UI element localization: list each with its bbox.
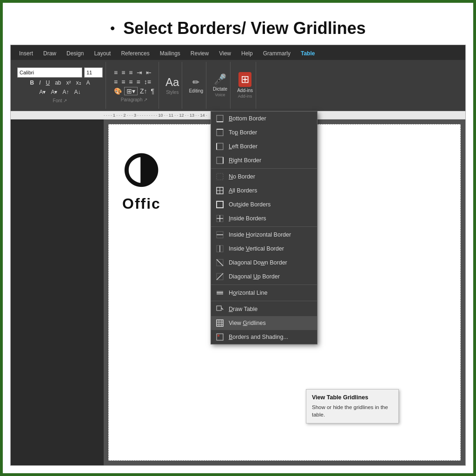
menu-item-horiz-line[interactable]: Horizontal Line bbox=[211, 286, 317, 300]
bottom-border-icon bbox=[216, 114, 224, 123]
dictate-group: 🎤 Dictate Voice bbox=[210, 62, 231, 109]
menu-item-inside-borders[interactable]: Inside Borders bbox=[211, 212, 317, 225]
ribbon-content: B I U ab x² x₂ A A▾ A▾ A↑ A↓ Font ↗ bbox=[11, 60, 465, 111]
draw-table-icon bbox=[216, 305, 224, 313]
italic-button[interactable]: I bbox=[37, 79, 42, 87]
linespacing-button[interactable]: ↕≡ bbox=[143, 78, 152, 86]
menu-item-diag-down[interactable]: Diagonal Down Border bbox=[211, 256, 317, 270]
bullet-point: • bbox=[110, 21, 115, 36]
show-formatting-button[interactable]: ¶ bbox=[150, 87, 156, 95]
strikethrough-button[interactable]: ab bbox=[53, 79, 63, 87]
align-center-button[interactable]: ≡ bbox=[120, 78, 126, 86]
addins-group: ⊞ Add-ins Add-ins bbox=[234, 62, 256, 109]
tab-mailings[interactable]: Mailings bbox=[155, 48, 185, 59]
tab-view[interactable]: View bbox=[214, 48, 236, 59]
outer-container: • Select Borders/ View Gridlines Insert … bbox=[3, 3, 473, 473]
menu-item-no-border[interactable]: No Border bbox=[211, 170, 317, 184]
diag-up-label: Diagonal Up Border bbox=[229, 273, 280, 280]
tab-grammarly[interactable]: Grammarly bbox=[258, 48, 295, 59]
outside-borders-label: Outside Borders bbox=[229, 201, 271, 208]
svg-rect-30 bbox=[217, 320, 223, 326]
tab-references[interactable]: References bbox=[116, 48, 154, 59]
title-area: • Select Borders/ View Gridlines bbox=[10, 10, 466, 45]
svg-line-23 bbox=[217, 273, 223, 280]
tab-help[interactable]: Help bbox=[237, 48, 258, 59]
fontsize-shrink-button[interactable]: A↓ bbox=[73, 88, 83, 96]
dictate-label: Dictate bbox=[213, 86, 227, 92]
view-gridlines-icon bbox=[216, 319, 224, 327]
inside-borders-label: Inside Borders bbox=[229, 215, 266, 222]
menu-item-diag-up[interactable]: Diagonal Up Border bbox=[211, 270, 317, 284]
indent-decrease-button[interactable]: ⇤ bbox=[145, 68, 153, 77]
borders-button[interactable]: ⊞▾ bbox=[124, 87, 138, 95]
list-multi-button[interactable]: ≡ bbox=[127, 68, 134, 77]
page-title: Select Borders/ View Gridlines bbox=[123, 19, 366, 38]
menu-item-top-border[interactable]: Top Border bbox=[211, 126, 317, 139]
superscript-button[interactable]: x² bbox=[65, 79, 73, 87]
menu-item-right-border[interactable]: Right Border bbox=[211, 153, 317, 167]
svg-rect-2 bbox=[217, 129, 223, 136]
svg-rect-27 bbox=[217, 306, 221, 311]
subscript-button[interactable]: x₂ bbox=[74, 79, 83, 87]
diag-down-icon bbox=[216, 258, 224, 267]
ribbon-tabs: Insert Draw Design Layout References Mai… bbox=[11, 45, 465, 60]
list-number-button[interactable]: ≡ bbox=[120, 68, 126, 77]
sort-button[interactable]: Z↑ bbox=[139, 87, 149, 95]
styles-group: Aa Styles bbox=[163, 62, 182, 109]
align-justify-button[interactable]: ≡ bbox=[135, 78, 142, 86]
left-sidebar bbox=[11, 119, 104, 465]
bold-button[interactable]: B bbox=[28, 79, 36, 87]
tab-draw[interactable]: Draw bbox=[39, 48, 61, 59]
divider-1 bbox=[211, 168, 317, 169]
font-select[interactable] bbox=[17, 67, 82, 78]
paragraph-group: ≡ ≡ ≡ ⇥ ⇤ ≡ ≡ ≡ ≡ ↕≡ 🎨 bbox=[110, 62, 159, 109]
indent-increase-button[interactable]: ⇥ bbox=[135, 68, 144, 77]
tab-design[interactable]: Design bbox=[62, 48, 88, 59]
inside-horiz-icon bbox=[216, 231, 224, 239]
inside-borders-icon bbox=[216, 214, 224, 223]
tab-table[interactable]: Table bbox=[296, 48, 319, 59]
size-select[interactable] bbox=[84, 67, 103, 78]
bottom-border-label: Bottom Border bbox=[229, 115, 266, 122]
align-right-button[interactable]: ≡ bbox=[127, 78, 134, 86]
paragraph-group-label: Paragraph ↗ bbox=[121, 97, 147, 102]
tab-insert[interactable]: Insert bbox=[14, 48, 38, 59]
tooltip-title: View Table Gridlines bbox=[312, 394, 393, 401]
fontsize-grow-button[interactable]: A↑ bbox=[61, 88, 71, 96]
svg-line-28 bbox=[221, 308, 223, 310]
shading-button[interactable]: 🎨 bbox=[112, 87, 123, 95]
diag-up-icon bbox=[216, 272, 224, 281]
tab-layout[interactable]: Layout bbox=[89, 48, 115, 59]
fontcolor-button[interactable]: A▾ bbox=[49, 88, 59, 96]
menu-item-draw-table[interactable]: Draw Table bbox=[211, 302, 317, 316]
menu-item-inside-horiz[interactable]: Inside Horizontal Border bbox=[211, 228, 317, 242]
format-clear-button[interactable]: A bbox=[85, 79, 92, 87]
underline-button[interactable]: U bbox=[44, 79, 52, 87]
menu-item-bottom-border[interactable]: Bottom Border bbox=[211, 112, 317, 126]
menu-item-outside-borders[interactable]: Outside Borders bbox=[211, 198, 317, 212]
screenshot-frame: Insert Draw Design Layout References Mai… bbox=[10, 45, 466, 466]
left-border-label: Left Border bbox=[229, 143, 258, 150]
align-left-button[interactable]: ≡ bbox=[112, 78, 119, 86]
divider-3 bbox=[211, 284, 317, 285]
svg-rect-36 bbox=[218, 335, 219, 337]
menu-item-borders-shading[interactable]: Borders and Shading... bbox=[211, 330, 317, 344]
editing-group: ✏ Editing bbox=[186, 62, 206, 109]
left-border-icon bbox=[216, 142, 224, 151]
menu-item-all-borders[interactable]: All Borders bbox=[211, 184, 317, 198]
list-bullet-button[interactable]: ≡ bbox=[112, 68, 119, 77]
borders-shading-label: Borders and Shading... bbox=[229, 334, 288, 340]
highlight-button[interactable]: A▾ bbox=[37, 88, 47, 96]
tab-review[interactable]: Review bbox=[186, 48, 213, 59]
menu-item-inside-vert[interactable]: Inside Vertical Border bbox=[211, 242, 317, 256]
menu-item-left-border[interactable]: Left Border bbox=[211, 139, 317, 153]
divider-4 bbox=[211, 301, 317, 301]
addins-group-label: Add-ins bbox=[238, 94, 252, 99]
horiz-line-label: Horizontal Line bbox=[229, 290, 267, 296]
tooltip-description: Show or hide the gridlines in the table. bbox=[312, 403, 393, 418]
inside-vert-label: Inside Vertical Border bbox=[229, 245, 284, 252]
view-gridlines-label: View Gridlines bbox=[229, 320, 266, 326]
svg-rect-4 bbox=[217, 143, 223, 150]
menu-item-view-gridlines[interactable]: View Gridlines bbox=[211, 316, 317, 330]
borders-shading-icon bbox=[216, 333, 224, 341]
